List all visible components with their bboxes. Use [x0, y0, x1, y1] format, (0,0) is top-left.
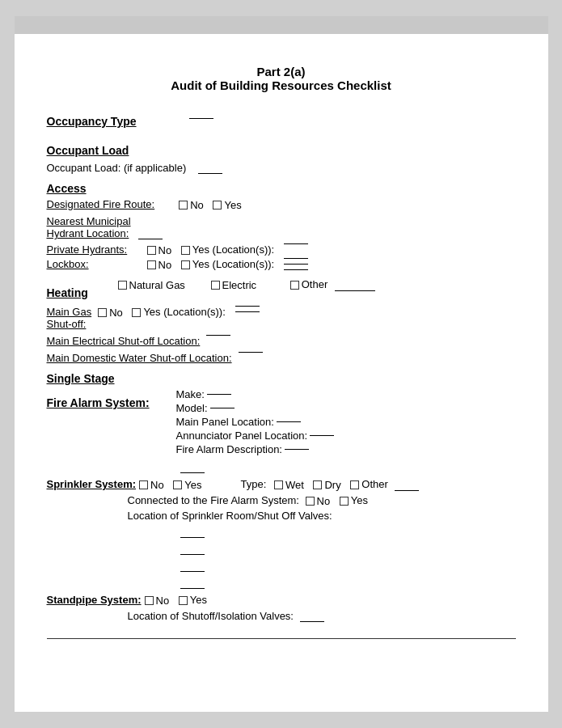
type-options: Type: Wet Dry Other — [241, 478, 420, 491]
fire-route-no-label: No — [190, 199, 204, 211]
main-gas-blanks — [235, 306, 260, 315]
fire-alarm-section: Single Stage Fire Alarm System: Make: Mo… — [47, 372, 516, 473]
natural-gas-checkbox[interactable] — [118, 281, 127, 290]
fire-alarm-row: Fire Alarm System: Make: Model: Main Pan… — [47, 388, 516, 457]
type-wet-label: Wet — [285, 479, 304, 491]
fire-alarm-details: Make: Model: Main Panel Location: Annunc… — [176, 388, 335, 457]
annunciator-label: Annunciator Panel Location: — [176, 430, 308, 442]
standpipe-section: Standpipe System: No Yes Location of Shu… — [47, 594, 516, 622]
sprinkler-row: Sprinkler System: No Yes Type: Wet Dry O… — [47, 478, 516, 491]
connected-yes-label: Yes — [351, 494, 368, 506]
annunciator-row: Annunciator Panel Location: — [176, 430, 335, 442]
connected-yes-checkbox[interactable] — [340, 497, 349, 506]
part-title: Part 2(a) — [47, 65, 516, 78]
main-panel-label: Main Panel Location: — [176, 416, 274, 428]
sprinkler-label: Sprinkler System: — [47, 478, 137, 490]
private-hydrants-options: No Yes (Location(s)): — [147, 243, 275, 256]
occupancy-type-row: Occupancy Type — [47, 107, 516, 131]
occupant-load-section: Occupant Load Occupant Load: (if applica… — [47, 136, 516, 174]
heating-options: Natural Gas Electric Other — [118, 278, 375, 291]
sprinkler-no-checkbox[interactable] — [139, 480, 148, 489]
type-other-blank — [395, 490, 419, 491]
type-dry-checkbox[interactable] — [313, 480, 322, 489]
electric-label: Electric — [222, 279, 257, 291]
lockbox-options: No Yes (Location(s)): — [147, 258, 275, 271]
header-bar — [15, 16, 548, 34]
occupant-load-sub-row: Occupant Load: (if applicable) — [47, 162, 516, 174]
title-block: Part 2(a) Audit of Building Resources Ch… — [47, 65, 516, 92]
model-label: Model: — [176, 402, 208, 414]
hydrant-location-blank — [138, 239, 163, 239]
occupancy-type-section: Occupancy Type — [47, 107, 516, 131]
standpipe-location-row: Location of Shutoff/Isolation Valves: — [128, 610, 516, 622]
occupancy-type-label: Occupancy Type — [47, 115, 137, 128]
connected-label: Connected to the Fire Alarm System: — [128, 494, 299, 506]
private-hydrants-yes-label: Yes (Location(s)): — [192, 243, 274, 256]
main-gas-no-checkbox[interactable] — [98, 308, 107, 317]
occupancy-type-blank — [185, 107, 213, 119]
main-gas-shutoff-label: Main Gas Shut-off: — [47, 306, 92, 330]
connected-no-checkbox[interactable] — [306, 497, 315, 506]
fire-route-label: Designated Fire Route: — [47, 198, 155, 210]
type-label: Type: — [241, 478, 267, 490]
fire-alarm-blank-extra — [180, 472, 205, 473]
fire-route-row: Designated Fire Route: No Yes — [47, 198, 516, 211]
make-blank — [207, 394, 231, 395]
fire-alarm-desc-blank — [285, 449, 309, 450]
main-gas-label: Main Gas — [47, 306, 92, 318]
type-other-checkbox[interactable] — [350, 480, 359, 489]
single-stage-label: Single Stage — [47, 372, 516, 385]
lockbox-yes-checkbox[interactable] — [181, 260, 190, 269]
water-shutoff-row: Main Domestic Water Shut-off Location: — [47, 352, 516, 364]
sprinkler-blank-4 — [180, 588, 205, 589]
other-checkbox[interactable] — [290, 281, 299, 290]
private-hydrants-no-checkbox[interactable] — [147, 246, 156, 255]
type-dry-label: Dry — [324, 479, 340, 491]
type-wet-checkbox[interactable] — [274, 480, 283, 489]
sprinkler-location-row: Location of Sprinkler Room/Shut Off Valv… — [128, 510, 516, 522]
natural-gas-label: Natural Gas — [129, 279, 185, 291]
main-gas-shutoff-row: Main Gas Shut-off: No Yes (Location(s)): — [47, 306, 516, 330]
electrical-shutoff-section: Main Electrical Shut-off Location: — [47, 335, 516, 347]
standpipe-location-label: Location of Shutoff/Isolation Valves: — [128, 610, 294, 622]
electric-checkbox[interactable] — [211, 281, 220, 290]
fire-alarm-desc-label: Fire Alarm Description: — [176, 443, 282, 455]
make-label: Make: — [176, 388, 205, 400]
main-panel-blank — [277, 421, 301, 422]
electrical-shutoff-blank — [206, 335, 230, 336]
main-gas-options: No Yes (Location(s)): — [98, 306, 226, 319]
main-gas-yes-checkbox[interactable] — [132, 308, 141, 317]
private-hydrants-no-label: No — [158, 244, 172, 256]
model-row: Model: — [176, 402, 335, 414]
private-hydrants-label: Private Hydrants: — [47, 243, 144, 256]
hydrant-location-underline: Nearest Municipal — [47, 215, 131, 227]
standpipe-yes-checkbox[interactable] — [179, 596, 188, 605]
fire-route-no-checkbox[interactable] — [179, 201, 188, 210]
sprinkler-section: Sprinkler System: No Yes Type: Wet Dry O… — [47, 478, 516, 589]
sprinkler-location-label: Location of Sprinkler Room/Shut Off Valv… — [128, 510, 332, 522]
water-shutoff-label: Main Domestic Water Shut-off Location: — [47, 352, 232, 364]
fire-route-yes-checkbox[interactable] — [213, 201, 222, 210]
sprinkler-blank-2 — [180, 554, 205, 555]
private-hydrants-yes-checkbox[interactable] — [181, 246, 190, 255]
private-hydrants-blanks — [284, 243, 308, 248]
subtitle: Audit of Building Resources Checklist — [47, 78, 516, 92]
electrical-shutoff-row: Main Electrical Shut-off Location: — [47, 335, 516, 347]
occupant-load-blank — [194, 162, 222, 174]
connected-row: Connected to the Fire Alarm System: No Y… — [128, 494, 516, 507]
standpipe-no-checkbox[interactable] — [145, 596, 154, 605]
standpipe-options: No Yes — [145, 594, 207, 607]
water-shutoff-section: Main Domestic Water Shut-off Location: — [47, 352, 516, 364]
bottom-divider — [47, 638, 516, 639]
occupant-load-sub-label: Occupant Load: (if applicable) — [47, 162, 187, 174]
main-gas-no-label: No — [109, 307, 123, 319]
fire-alarm-extra-blank — [176, 459, 516, 473]
sprinkler-options: No Yes — [139, 478, 208, 491]
access-label: Access — [47, 182, 516, 195]
occupant-load-label: Occupant Load — [47, 144, 129, 157]
lockbox-no-checkbox[interactable] — [147, 260, 156, 269]
heating-label: Heating — [47, 286, 112, 299]
model-blank — [210, 408, 235, 408]
lockbox-blanks — [284, 258, 308, 273]
sprinkler-yes-checkbox[interactable] — [173, 480, 182, 489]
